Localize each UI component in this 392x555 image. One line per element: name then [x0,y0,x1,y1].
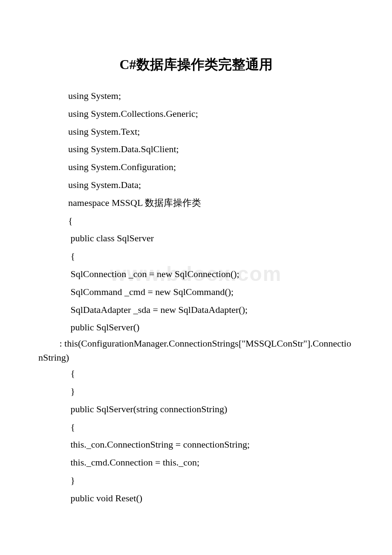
document-content: C#数据库操作类完整通用 using System; using System.… [38,55,354,507]
code-line: using System.Data; [68,176,354,194]
code-line: { [68,212,354,230]
code-line: public SqlServer() [68,318,354,336]
code-line: { [68,247,354,265]
code-line: using System.Text; [68,123,354,141]
code-block: using System; using System.Collections.G… [38,87,354,507]
code-line: using System.Configuration; [68,158,354,176]
document-title: C#数据库操作类完整通用 [38,55,354,74]
code-line: public void Reset() [68,489,354,507]
code-line: SqlCommand _cmd = new SqlCommand(); [68,283,354,301]
code-line: } [68,382,354,400]
code-line: } [68,471,354,489]
code-line: public SqlServer(string connectionString… [68,400,354,418]
code-line: this._con.ConnectionString = connectionS… [68,436,354,454]
code-line: namespace MSSQL 数据库操作类 [68,194,354,212]
code-line: using System; [68,87,354,105]
code-line: public class SqlServer [68,229,354,247]
code-line: using System.Collections.Generic; [68,105,354,123]
code-line: SqlConnection _con = new SqlConnection()… [68,265,354,283]
code-line: : this(ConfigurationManager.ConnectionSt… [38,336,354,364]
code-line: this._cmd.Connection = this._con; [68,454,354,471]
code-line: using System.Data.SqlClient; [68,140,354,158]
code-line: SqlDataAdapter _sda = new SqlDataAdapter… [68,301,354,319]
code-line: { [68,418,354,436]
code-line: { [68,364,354,382]
